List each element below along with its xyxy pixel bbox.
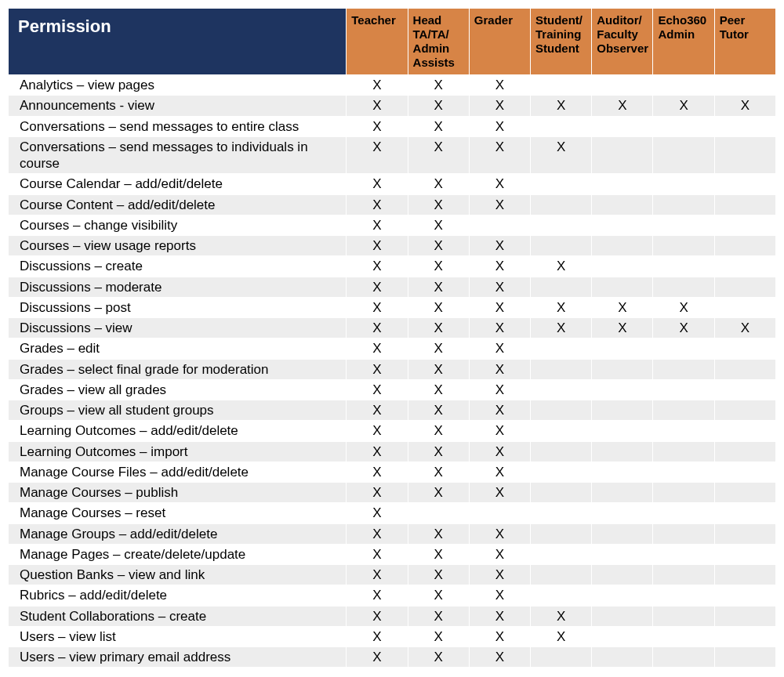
permission-mark: [592, 565, 653, 585]
permission-mark: [531, 116, 592, 136]
permission-name: Discussions – post: [9, 297, 347, 317]
permission-mark: [714, 523, 775, 544]
permission-mark: X: [592, 297, 653, 317]
permission-mark: X: [408, 585, 469, 606]
permission-mark: X: [347, 483, 408, 503]
permission-mark: X: [408, 277, 469, 297]
permission-mark: X: [408, 647, 469, 668]
permission-mark: [714, 606, 775, 626]
permission-mark: [714, 379, 775, 400]
permission-mark: X: [469, 585, 530, 606]
permission-mark: [714, 256, 775, 277]
permission-mark: X: [347, 116, 408, 136]
permission-mark: [592, 194, 653, 215]
permission-mark: X: [469, 647, 530, 668]
permission-mark: X: [408, 544, 469, 564]
permission-mark: [531, 194, 592, 215]
permission-mark: [714, 297, 775, 317]
role-header: Teacher: [347, 9, 408, 75]
table-row: Users – view primary email addressXXX: [9, 647, 776, 668]
permission-mark: X: [531, 318, 592, 338]
permission-mark: [531, 379, 592, 400]
permission-mark: [408, 503, 469, 523]
permission-mark: [653, 359, 714, 379]
permission-mark: X: [347, 523, 408, 544]
table-row: Users – view listXXXX: [9, 626, 776, 646]
permission-mark: X: [531, 606, 592, 626]
permission-mark: X: [347, 359, 408, 379]
permission-mark: [714, 503, 775, 523]
table-row: Student Collaborations – createXXXX: [9, 606, 776, 626]
permission-mark: X: [408, 194, 469, 215]
table-row: Discussions – moderateXXX: [9, 277, 776, 297]
permission-mark: X: [469, 174, 530, 194]
permission-mark: X: [531, 626, 592, 646]
permission-name: Announcements - view: [9, 96, 347, 116]
permission-name: Groups – view all student groups: [9, 400, 347, 421]
permission-mark: [653, 215, 714, 235]
permission-mark: [592, 75, 653, 96]
permission-mark: X: [347, 277, 408, 297]
permission-mark: X: [408, 565, 469, 585]
permission-mark: [714, 544, 775, 564]
permission-mark: [714, 483, 775, 503]
permission-mark: [714, 174, 775, 194]
permission-name: Manage Courses – reset: [9, 503, 347, 523]
permission-mark: X: [408, 318, 469, 338]
permission-mark: [653, 565, 714, 585]
permission-name: Conversations – send messages to entire …: [9, 116, 347, 136]
permission-mark: X: [347, 626, 408, 646]
permission-mark: [531, 441, 592, 462]
permission-mark: [653, 136, 714, 174]
table-body: Analytics – view pagesXXXAnnouncements -…: [9, 75, 776, 668]
permission-mark: X: [408, 483, 469, 503]
permission-mark: [653, 544, 714, 564]
role-header: Echo360 Admin: [653, 9, 714, 75]
permission-mark: [592, 421, 653, 441]
permission-mark: [653, 338, 714, 359]
permission-name: Courses – change visibility: [9, 215, 347, 235]
permission-mark: X: [347, 256, 408, 277]
permission-name: Grades – edit: [9, 338, 347, 359]
permission-mark: X: [408, 379, 469, 400]
permission-mark: [592, 136, 653, 174]
permission-mark: [531, 236, 592, 256]
permission-mark: [714, 441, 775, 462]
table-row: Learning Outcomes – importXXX: [9, 441, 776, 462]
role-header: Student/ Training Student: [531, 9, 592, 75]
role-header: Grader: [469, 9, 530, 75]
permission-mark: [653, 441, 714, 462]
permission-mark: X: [592, 96, 653, 116]
permission-mark: X: [653, 318, 714, 338]
permission-mark: X: [469, 75, 530, 96]
permission-mark: X: [347, 338, 408, 359]
permission-mark: [531, 523, 592, 544]
permission-mark: [531, 215, 592, 235]
permission-mark: X: [408, 441, 469, 462]
permission-mark: [592, 647, 653, 668]
header-corner: Permission: [9, 9, 347, 75]
table-row: Analytics – view pagesXXX: [9, 75, 776, 96]
permissions-table: Permission Teacher Head TA/TA/ Admin Ass…: [8, 8, 776, 668]
permission-mark: X: [469, 606, 530, 626]
permission-name: Manage Courses – publish: [9, 483, 347, 503]
permission-mark: X: [347, 96, 408, 116]
permission-mark: X: [469, 626, 530, 646]
permission-name: Course Calendar – add/edit/delete: [9, 174, 347, 194]
permission-mark: [714, 215, 775, 235]
table-row: Discussions – postXXXXXX: [9, 297, 776, 317]
permission-name: Users – view primary email address: [9, 647, 347, 668]
permission-mark: X: [469, 523, 530, 544]
table-row: Course Calendar – add/edit/deleteXXX: [9, 174, 776, 194]
permission-mark: X: [347, 75, 408, 96]
permission-mark: [531, 544, 592, 564]
permission-mark: [531, 462, 592, 482]
permission-mark: [653, 462, 714, 482]
permission-mark: X: [469, 565, 530, 585]
permission-mark: X: [531, 256, 592, 277]
permission-mark: X: [347, 400, 408, 421]
permission-mark: X: [408, 606, 469, 626]
permission-name: Courses – view usage reports: [9, 236, 347, 256]
permission-name: Rubrics – add/edit/delete: [9, 585, 347, 606]
permission-mark: [531, 400, 592, 421]
